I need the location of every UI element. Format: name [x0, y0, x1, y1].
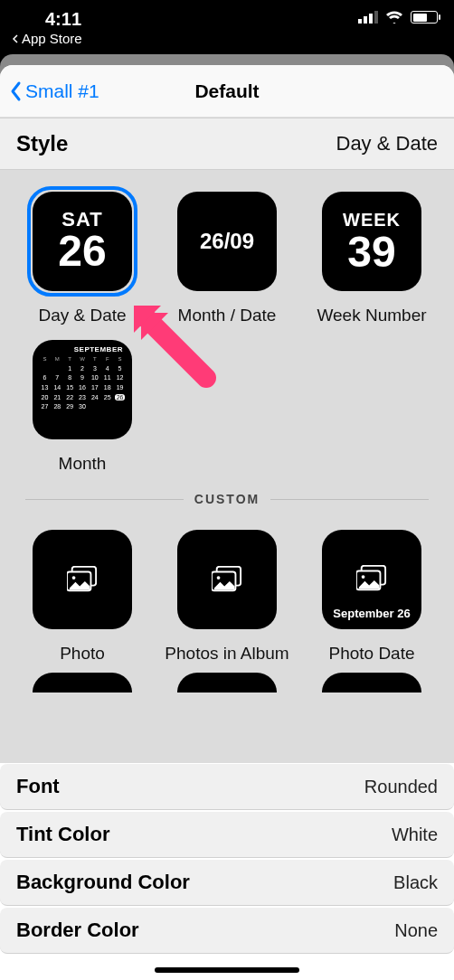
svg-rect-3	[374, 11, 378, 24]
style-option-month[interactable]: SEPTEMBER SMTWTFS 12345 6789101112 13141…	[13, 335, 152, 476]
content-scroll[interactable]: Style Day & Date SAT 26 Day & Date 26/09	[0, 118, 454, 763]
tile-monthdate: 26/09	[200, 229, 254, 254]
nav-bar: Small #1 Default	[0, 65, 454, 118]
setting-value: None	[394, 920, 438, 941]
setting-value: Black	[393, 872, 438, 893]
custom-option-photo-date[interactable]: September 26 Photo Date	[302, 524, 441, 665]
custom-grid: Photo Photos in Album September 26 Photo…	[0, 515, 454, 673]
style-option-day-date[interactable]: SAT 26 Day & Date	[13, 186, 152, 327]
breadcrumb-back-label: App Store	[22, 31, 82, 46]
status-time: 4:11	[45, 9, 81, 30]
style-option-week-number[interactable]: WEEK 39 Week Number	[302, 186, 441, 327]
style-row[interactable]: Style Day & Date	[0, 118, 454, 170]
style-grid: SAT 26 Day & Date 26/09 Month / Date W	[0, 170, 454, 483]
nav-back-button[interactable]: Small #1	[9, 80, 99, 102]
custom-divider: CUSTOM	[0, 483, 454, 515]
page-title: Default	[194, 80, 259, 102]
svg-point-9	[217, 576, 221, 580]
style-caption: Week Number	[317, 306, 426, 327]
setting-font[interactable]: Font Rounded	[0, 763, 454, 810]
style-caption: Day & Date	[38, 306, 126, 327]
partial-tile[interactable]	[322, 673, 421, 693]
style-caption: Month	[59, 454, 107, 476]
partial-row	[0, 673, 454, 693]
style-label: Style	[16, 131, 68, 156]
setting-background-color[interactable]: Background Color Black	[0, 859, 454, 906]
setting-value: White	[392, 825, 438, 845]
battery-icon	[411, 11, 438, 24]
setting-label: Border Color	[16, 919, 139, 942]
tile-photo-date: September 26	[333, 607, 410, 620]
photo-icon	[356, 565, 387, 592]
svg-rect-2	[369, 14, 373, 24]
home-indicator	[155, 967, 299, 973]
svg-point-6	[72, 576, 76, 580]
setting-value: Rounded	[364, 777, 438, 797]
partial-tile[interactable]	[177, 673, 277, 693]
modal-sheet: Small #1 Default Style Day & Date SAT 26…	[0, 65, 454, 980]
custom-caption: Photo	[60, 644, 105, 665]
wifi-icon	[385, 11, 403, 24]
setting-border-color[interactable]: Border Color None	[0, 907, 454, 954]
svg-rect-0	[358, 19, 362, 24]
partial-tile[interactable]	[33, 673, 132, 693]
tile-month-header: SEPTEMBER	[40, 345, 125, 356]
custom-option-photo[interactable]: Photo	[13, 524, 152, 665]
custom-option-photos-album[interactable]: Photos in Album	[157, 524, 297, 665]
custom-caption: Photo Date	[328, 644, 414, 665]
breadcrumb-back[interactable]: App Store	[11, 31, 82, 46]
setting-label: Tint Color	[16, 823, 109, 846]
custom-caption: Photos in Album	[165, 644, 288, 665]
cellular-icon	[358, 11, 378, 24]
tile-month-calendar: SMTWTFS 12345 6789101112 13141516171819 …	[40, 356, 125, 410]
tile-week-number: 39	[347, 231, 395, 274]
tile-date: 26	[58, 230, 106, 273]
custom-divider-label: CUSTOM	[194, 492, 260, 506]
setting-tint-color[interactable]: Tint Color White	[0, 811, 454, 858]
settings-list: Font Rounded Tint Color White Background…	[0, 763, 454, 955]
style-caption: Month / Date	[178, 306, 277, 327]
nav-back-label: Small #1	[25, 80, 99, 102]
style-value: Day & Date	[336, 132, 439, 155]
setting-label: Font	[16, 775, 60, 798]
status-bar: 4:11 App Store	[0, 0, 454, 51]
status-icons	[358, 11, 438, 24]
svg-rect-1	[364, 16, 367, 24]
photo-icon	[67, 566, 98, 593]
setting-label: Background Color	[16, 871, 190, 894]
svg-point-12	[362, 575, 365, 579]
photo-icon	[212, 566, 242, 593]
style-option-month-date[interactable]: 26/09 Month / Date	[157, 186, 297, 327]
